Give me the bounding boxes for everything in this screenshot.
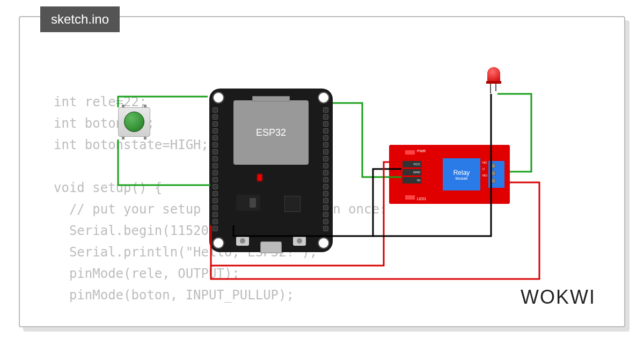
pin-hole — [213, 121, 218, 127]
relay-module[interactable]: PWR LED1 VCC GND IN Relay Module NC C NO — [389, 145, 510, 204]
led-bulb-icon — [487, 67, 500, 82]
esp32-board[interactable]: ESP32 — [209, 89, 333, 252]
file-tab[interactable]: sketch.ino — [40, 6, 120, 32]
power-led-icon — [258, 174, 262, 181]
relay-unit: Relay Module — [443, 158, 480, 190]
pin-hole — [323, 212, 328, 217]
pin-hole — [213, 128, 218, 134]
pin-hole — [323, 135, 328, 141]
push-button[interactable] — [115, 105, 153, 139]
pin-hole — [213, 149, 218, 155]
pin-hole — [213, 163, 218, 168]
relay-title: Relay — [453, 169, 470, 177]
screw-icon — [491, 163, 496, 168]
simulation-canvas[interactable]: ESP32 PWR LED1 VCC GND IN Relay Mo — [19, 11, 625, 327]
window-frame: sketch.ino int rele=22; int boton=12; in… — [19, 11, 625, 327]
button-cap[interactable] — [124, 112, 144, 132]
antenna-icon — [252, 96, 290, 101]
relay-pin-vcc: VCC — [402, 161, 421, 167]
relay-pwr-label: PWR — [417, 149, 426, 153]
pin-hole — [323, 184, 328, 189]
usb-port-icon — [260, 241, 282, 253]
pin-hole — [213, 219, 218, 224]
pin-hole — [213, 135, 218, 141]
relay-status-led-icon — [405, 195, 415, 200]
pin-hole — [323, 142, 328, 148]
boot-button[interactable] — [236, 236, 249, 246]
switch-icon — [236, 195, 260, 211]
pin-hole — [323, 226, 328, 231]
led-base — [486, 81, 501, 84]
led-cathode-leg — [495, 84, 496, 91]
screw-icon — [491, 178, 496, 183]
pin-hole — [323, 198, 328, 203]
pin-header-left — [213, 107, 219, 231]
led-anode-leg — [490, 84, 491, 93]
pin-hole — [323, 114, 328, 120]
mount-hole — [213, 92, 224, 104]
esp32-chip: ESP32 — [233, 100, 309, 165]
pin-hole — [213, 107, 218, 113]
ic-chip-icon — [284, 196, 301, 212]
pin-hole — [323, 156, 328, 161]
pin-hole — [213, 114, 218, 120]
pin-hole — [213, 142, 218, 148]
relay-out-labels: NC C NO — [482, 161, 487, 177]
relay-pin-in: IN — [402, 177, 421, 183]
pin-hole — [323, 177, 328, 182]
pin-hole — [323, 128, 328, 134]
pin-hole — [323, 149, 328, 155]
screw-icon — [491, 171, 496, 176]
relay-pin-header: VCC GND IN — [402, 161, 421, 183]
mount-hole — [318, 237, 330, 249]
pin-hole — [323, 205, 328, 210]
wire-signal — [118, 139, 210, 185]
wokwi-logo: WOKWI — [521, 286, 596, 308]
pin-hole — [323, 170, 328, 175]
pin-hole — [213, 198, 218, 203]
relay-pin-gnd: GND — [402, 169, 421, 175]
mount-hole — [213, 237, 224, 249]
enable-button[interactable] — [293, 236, 306, 246]
red-led[interactable] — [486, 67, 502, 94]
relay-led1-label: LED1 — [417, 197, 427, 201]
pin-hole — [323, 191, 328, 196]
pin-hole — [213, 177, 218, 182]
pin-hole — [213, 212, 218, 217]
pin-hole — [323, 219, 328, 224]
pin-hole — [213, 184, 218, 189]
pin-hole — [323, 163, 328, 168]
mount-hole — [318, 92, 330, 104]
pin-hole — [213, 205, 218, 210]
pin-hole — [213, 156, 218, 161]
pin-header-right — [323, 107, 330, 231]
relay-subtitle: Module — [456, 177, 468, 180]
chip-label: ESP32 — [256, 127, 286, 138]
pin-hole — [213, 226, 218, 231]
relay-pwr-led-icon — [405, 150, 415, 155]
pin-hole — [323, 121, 328, 127]
pin-hole — [213, 191, 218, 196]
pin-hole — [213, 170, 218, 175]
pin-hole — [323, 107, 328, 113]
screw-terminal — [488, 161, 504, 188]
